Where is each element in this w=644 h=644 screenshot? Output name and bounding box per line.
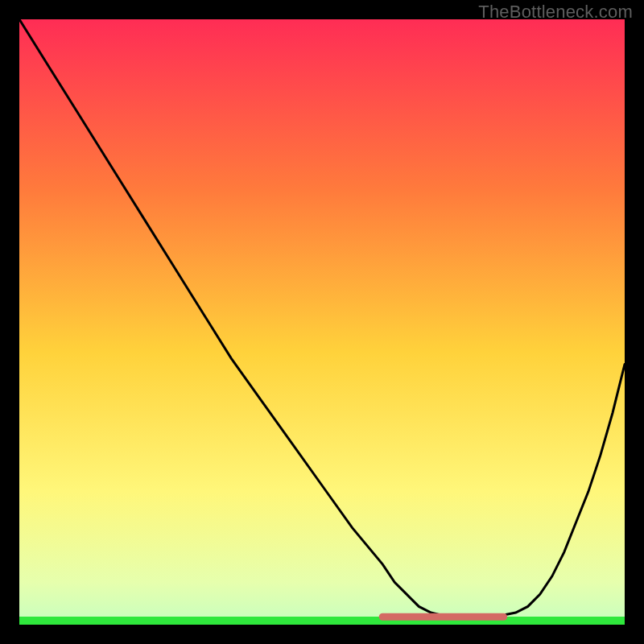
- chart-svg: [19, 19, 625, 625]
- chart-frame: TheBottleneck.com: [0, 0, 644, 644]
- watermark-label: TheBottleneck.com: [478, 2, 633, 23]
- chart-plot: [19, 19, 625, 625]
- gradient-panel: [19, 19, 625, 625]
- bottom-stripe: [19, 617, 625, 625]
